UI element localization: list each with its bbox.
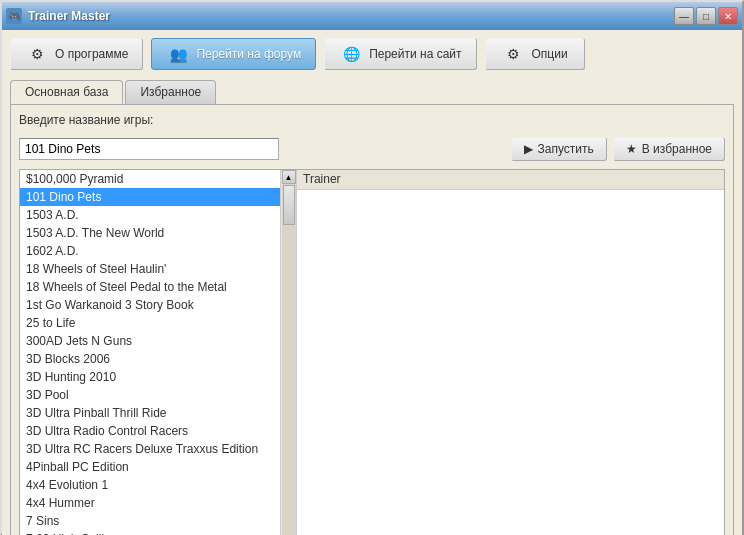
maximize-button[interactable]: □ [696,7,716,25]
trainer-area: Trainer [297,170,724,535]
game-list: $100,000 Pyramid101 Dino Pets1503 A.D.15… [20,170,280,535]
about-icon: ⚙ [25,44,49,64]
list-item[interactable]: $100,000 Pyramid [20,170,280,188]
app-icon: 🎮 [6,8,22,24]
list-item[interactable]: 300AD Jets N Guns [20,332,280,350]
title-buttons: — □ ✕ [674,7,738,25]
about-button[interactable]: ⚙ О программе [10,38,143,70]
list-area: $100,000 Pyramid101 Dino Pets1503 A.D.15… [19,169,725,535]
list-item[interactable]: 3D Pool [20,386,280,404]
tab-main[interactable]: Основная база [10,80,123,104]
launch-button[interactable]: ▶ Запустить [511,137,607,161]
window-title: Trainer Master [28,9,110,23]
search-input[interactable] [19,138,279,160]
main-panel: Введите название игры: ▶ Запустить ★ В и… [10,104,734,535]
content-area: ⚙ О программе 👥 Перейти на форум 🌐 Перей… [2,30,742,535]
list-item[interactable]: 3D Hunting 2010 [20,368,280,386]
list-item[interactable]: 1st Go Warkanoid 3 Story Book [20,296,280,314]
list-item[interactable]: 18 Wheels of Steel Pedal to the Metal [20,278,280,296]
list-item[interactable]: 4x4 Evolution 1 [20,476,280,494]
options-icon: ⚙ [501,44,525,64]
search-row: ▶ Запустить ★ В избранное [19,137,725,161]
scroll-track [282,184,296,535]
main-window: 🎮 Trainer Master — □ ✕ ⚙ О программе 👥 П… [0,0,744,535]
favorites-icon: ★ [626,142,637,156]
close-button[interactable]: ✕ [718,7,738,25]
forum-icon: 👥 [166,44,190,64]
tab-favorites[interactable]: Избранное [125,80,216,104]
list-item[interactable]: 1602 A.D. [20,242,280,260]
minimize-button[interactable]: — [674,7,694,25]
forum-button[interactable]: 👥 Перейти на форум [151,38,316,70]
list-item[interactable]: 101 Dino Pets [20,188,280,206]
trainer-column-header: Trainer [297,170,724,190]
game-list-container: $100,000 Pyramid101 Dino Pets1503 A.D.15… [20,170,280,535]
scroll-thumb[interactable] [283,185,295,225]
search-label: Введите название игры: [19,113,725,127]
list-item[interactable]: 25 to Life [20,314,280,332]
scrollbar: ▲ ▼ [280,170,296,535]
title-bar: 🎮 Trainer Master — □ ✕ [2,2,742,30]
list-item[interactable]: 4Pinball PC Edition [20,458,280,476]
list-item[interactable]: 18 Wheels of Steel Haulin' [20,260,280,278]
scroll-up-button[interactable]: ▲ [282,170,296,184]
site-icon: 🌐 [339,44,363,64]
title-bar-left: 🎮 Trainer Master [6,8,110,24]
site-button[interactable]: 🌐 Перейти на сайт [324,38,476,70]
list-item[interactable]: 3D Ultra Radio Control Racers [20,422,280,440]
launch-icon: ▶ [524,142,533,156]
list-item[interactable]: 1503 A.D. [20,206,280,224]
list-item[interactable]: 3D Ultra Pinball Thrill Ride [20,404,280,422]
tabs: Основная база Избранное [10,80,734,104]
list-item[interactable]: 7.62 High Calibre [20,530,280,535]
options-button[interactable]: ⚙ Опции [485,38,585,70]
action-buttons: ▶ Запустить ★ В избранное [511,137,725,161]
list-item[interactable]: 3D Ultra RC Racers Deluxe Traxxus Editio… [20,440,280,458]
add-favorites-button[interactable]: ★ В избранное [613,137,725,161]
list-item[interactable]: 3D Blocks 2006 [20,350,280,368]
list-item[interactable]: 4x4 Hummer [20,494,280,512]
list-item[interactable]: 1503 A.D. The New World [20,224,280,242]
list-item[interactable]: 7 Sins [20,512,280,530]
toolbar: ⚙ О программе 👥 Перейти на форум 🌐 Перей… [10,38,734,70]
